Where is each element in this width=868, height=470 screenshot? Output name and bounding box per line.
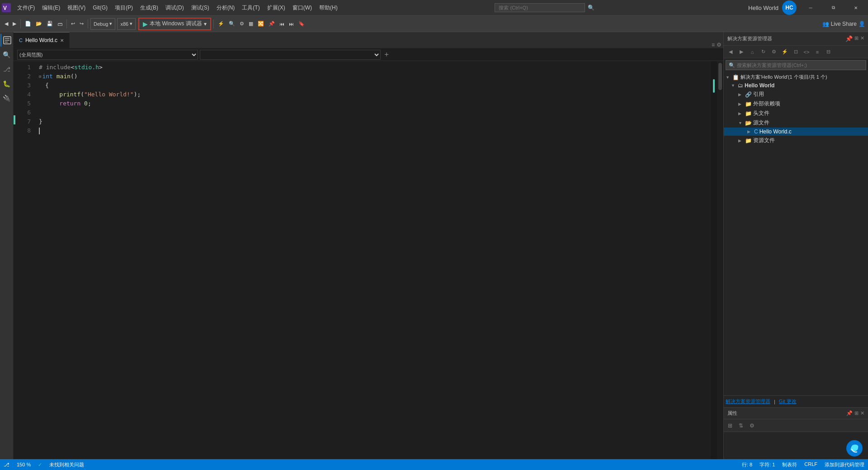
vertical-scrollbar[interactable] [717, 61, 723, 459]
search-input[interactable] [495, 3, 585, 12]
toolbar-btn-1[interactable]: ⚡ [216, 18, 226, 30]
se-pin-button[interactable]: 📌 [845, 35, 853, 42]
function-dropdown[interactable] [200, 50, 381, 60]
menu-test[interactable]: 测试(S) [188, 2, 213, 14]
tab-menu-icon[interactable]: ≡ [712, 42, 715, 48]
menu-analyze[interactable]: 分析(N) [213, 2, 239, 14]
platform-dropdown[interactable]: x86 ▾ [117, 18, 136, 30]
close-button[interactable]: ✕ [845, 0, 866, 16]
new-file-button[interactable]: 📄 [23, 18, 33, 30]
props-title: 属性 [727, 410, 737, 417]
undo-button[interactable]: ↩ [69, 18, 77, 30]
save-button[interactable]: 💾 [45, 18, 55, 30]
toolbar-btn-8[interactable]: ⏭ [287, 18, 296, 30]
se-view-btn[interactable]: ⊡ [791, 47, 801, 57]
se-home-btn[interactable]: ⌂ [747, 47, 757, 57]
redo-button[interactable]: ↪ [78, 18, 85, 30]
editor-tab-hello-world-c[interactable]: C Hello World.c ✕ [14, 32, 70, 48]
activity-search-icon[interactable]: 🔍 [0, 48, 13, 61]
activity-git-icon[interactable]: ⎇ [0, 63, 13, 76]
status-zoom[interactable]: 150 % [17, 462, 31, 467]
status-char[interactable]: 字符: 1 [760, 461, 775, 468]
se-settings-btn[interactable]: ⚙ [769, 47, 779, 57]
props-close-btn[interactable]: ✕ [860, 410, 864, 416]
build-config-dropdown[interactable]: Debug ▾ [90, 18, 115, 30]
menu-tools[interactable]: 工具(T) [238, 2, 263, 14]
menu-window[interactable]: 窗口(W) [289, 2, 316, 14]
se-search-input[interactable] [737, 62, 863, 68]
title-bar-right: HC ─ ⧉ ✕ [782, 0, 868, 16]
menu-project[interactable]: 项目(P) [111, 2, 137, 14]
code-editor[interactable]: 1 2 3 4 5 6 7 8 # include < stdio.h > [14, 61, 723, 459]
toolbar-btn-4[interactable]: ▦ [247, 18, 255, 30]
tree-hello-world-c[interactable]: ▶ C Hello World.c [724, 128, 868, 136]
toolbar-btn-5[interactable]: 🔀 [256, 18, 266, 30]
forward-button[interactable]: ▶ [11, 18, 18, 30]
tab-bar-right: ≡ ⚙ [710, 42, 723, 48]
back-button[interactable]: ◀ [3, 18, 10, 30]
se-forward-btn[interactable]: ▶ [736, 47, 746, 57]
tree-references[interactable]: ▶ 🔗 引用 [724, 90, 868, 99]
menu-file[interactable]: 文件(F) [14, 2, 38, 14]
se-back-btn[interactable]: ◀ [726, 47, 736, 57]
status-encoding[interactable]: CRLF [804, 461, 817, 468]
toolbar-btn-3[interactable]: ⚙ [238, 18, 246, 30]
menu-extensions[interactable]: 扩展(X) [264, 2, 289, 14]
toolbar-btn-2[interactable]: 🔍 [227, 18, 237, 30]
menu-debug[interactable]: 调试(D) [162, 2, 188, 14]
code-lines[interactable]: # include < stdio.h > ⊟ int main () { [35, 61, 711, 459]
debug-run-button[interactable]: ▶ 本地 Windows 调试器 ▾ [138, 18, 211, 30]
restore-button[interactable]: ⧉ [823, 0, 844, 16]
live-share-button[interactable]: 👥 Live Share 👤 [822, 21, 865, 27]
props-settings-btn[interactable]: ⚙ [747, 421, 756, 430]
activity-debug-icon[interactable]: 🐛 [0, 77, 13, 90]
tree-solution-root[interactable]: ▼ 📋 解决方案'Hello World'(1 个项目/共 1 个) [724, 73, 868, 81]
props-grid-btn[interactable]: ⊞ [726, 421, 735, 430]
tree-source-files[interactable]: ▼ 📂 源文件 [724, 118, 868, 128]
project-icon: 🗂 [738, 82, 743, 89]
se-footer-link-1[interactable]: 解决方案资源管理器 [726, 398, 770, 405]
save-all-button[interactable]: 🗃 [56, 18, 64, 30]
ref-icon: 🔗 [745, 91, 752, 98]
tab-close-button[interactable]: ✕ [60, 38, 64, 43]
status-line[interactable]: 行: 8 [742, 461, 752, 468]
menu-view[interactable]: 视图(V) [64, 2, 89, 14]
menu-build[interactable]: 生成(B) [137, 2, 162, 14]
scope-dropdown[interactable]: (全局范围) [17, 50, 198, 60]
se-prop-btn[interactable]: ⚡ [780, 47, 790, 57]
status-add-git[interactable]: 添加到源代码管理 [825, 461, 864, 468]
scroll-thumb[interactable] [718, 63, 722, 90]
se-filter-btn[interactable]: ≡ [812, 47, 822, 57]
menu-edit[interactable]: 编辑(E) [38, 2, 64, 14]
se-sync-btn[interactable]: ↻ [758, 47, 768, 57]
svg-text:V: V [3, 5, 7, 11]
vs-logo-icon: V [2, 3, 11, 12]
se-close-button[interactable]: ✕ [860, 35, 864, 42]
tab-settings-icon[interactable]: ⚙ [717, 42, 722, 48]
tree-header-files[interactable]: ▶ 📁 头文件 [724, 109, 868, 118]
tree-external-deps[interactable]: ▶ 📁 外部依赖项 [724, 99, 868, 109]
hdr-expand-icon: ▶ [738, 111, 744, 116]
menu-git[interactable]: Git(G) [89, 3, 111, 13]
toolbar-btn-9[interactable]: 🔖 [297, 18, 307, 30]
toolbar-btn-6[interactable]: 📌 [267, 18, 277, 30]
toolbar-btn-7[interactable]: ⏮ [278, 18, 286, 30]
menu-help[interactable]: 帮助(H) [316, 2, 341, 14]
se-footer-link-2[interactable]: Git 更改 [779, 398, 797, 405]
minimize-button[interactable]: ─ [800, 0, 821, 16]
user-avatar[interactable]: HC [782, 0, 797, 15]
nav-add-button[interactable]: ＋ [381, 49, 392, 61]
se-extra-btn[interactable]: ⊟ [823, 47, 833, 57]
se-undock-button[interactable]: ⊞ [854, 35, 859, 42]
activity-solution-icon[interactable] [0, 34, 13, 47]
props-pin-btn[interactable]: 📌 [846, 410, 853, 416]
props-undock-btn[interactable]: ⊞ [854, 410, 859, 416]
open-button[interactable]: 📂 [34, 18, 44, 30]
activity-extensions-icon[interactable]: 🔌 [0, 92, 13, 104]
tree-project[interactable]: ▼ 🗂 Hello World [724, 81, 868, 90]
props-sort-btn[interactable]: ⇅ [736, 421, 745, 430]
status-tab-size[interactable]: 制表符 [782, 461, 797, 468]
se-code-btn[interactable]: <> [802, 47, 811, 57]
tree-resource-files[interactable]: ▶ 📁 资源文件 [724, 136, 868, 145]
status-no-problems[interactable]: 未找到相关问题 [49, 461, 84, 468]
